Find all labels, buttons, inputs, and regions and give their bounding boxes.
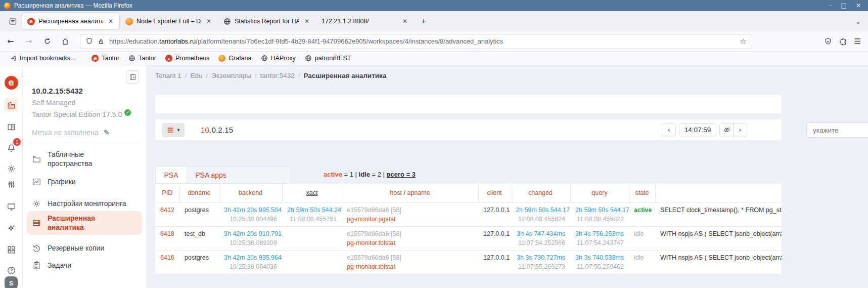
table-row[interactable]: 6416 postgres 3h 42m 20s 935.964ms10:25:… [155,250,782,274]
sidebar-item-charts[interactable]: Графики [27,174,142,190]
toolbar: ▼ 10.0.2.15 ‹ 14:07:59 › [155,119,782,140]
browser-tab-3[interactable]: Statistics Report for HAPro ✕ [218,13,315,29]
user-avatar[interactable]: S [4,276,18,288]
tab-list-icon[interactable] [5,14,20,29]
shield-icon[interactable] [85,37,93,45]
tab-close-icon[interactable]: ✕ [400,17,409,26]
table-row[interactable]: 6418 test_db 3h 42m 20s 910.791ms10:25:3… [155,226,782,250]
cell-changed: 3h 3s 730.727ms11:07:55.269273 [511,250,570,274]
help-icon[interactable] [4,263,18,277]
breadcrumb-item[interactable]: tantor:5432 [260,72,294,79]
bookmark-grafana[interactable]: Grafana [215,54,255,63]
main-area: Tenant 1/Edu/Экземпляры/tantor:5432/Расш… [147,65,868,288]
protections-shield-icon[interactable] [824,37,832,46]
cell-state: idle [629,226,655,250]
back-button[interactable]: ← [3,34,18,49]
sidebar-item-tasks[interactable]: Задачи [27,258,142,273]
cell-pid[interactable]: 6412 [155,202,179,226]
tab-psa[interactable]: PSA [156,167,187,183]
cell-backend: 3h 42m 20s 995.504ms10:25:38.004496 [219,202,282,226]
prometheus-icon [165,55,172,62]
maximize-button[interactable]: □ [841,3,847,9]
breadcrumb-item[interactable]: Edu [191,72,203,79]
total-count-link[interactable]: всего = 3 [387,171,416,178]
breadcrumb-current: Расширенная аналитика [304,72,387,79]
browser-tab-2[interactable]: Node Exporter Full – Dash ✕ [120,13,217,29]
time-controls: ‹ 14:07:59 › [662,123,747,137]
collapse-sidebar-icon[interactable] [126,70,139,84]
cell-query: 3h 3s 740.538ms11:07:55.259462 [570,250,629,274]
url-text: https://education.tantorlabs.ru/platform… [109,37,736,45]
time-display[interactable]: 14:07:59 [679,123,716,137]
notification-badge: 1 [13,138,21,146]
console-monitor-icon[interactable] [4,199,18,214]
table-header-row: PID dbname backend xact host / apname cl… [155,184,782,202]
bookmark-tantor[interactable]: Tantor [88,54,123,63]
sidebar-item-label: Табличные пространства [48,150,113,168]
col-backend: backend [219,184,282,202]
sidebar-item-advanced-analytics[interactable]: Расширенная аналитика [27,211,142,235]
cell-pid[interactable]: 6416 [155,250,179,274]
edit-pencil-icon[interactable]: ✎ [104,128,110,137]
sidebar-item-monitoring-settings[interactable]: Настройки мониторинга [27,196,142,212]
instance-sidebar: 10.0.2.15:5432 Self Managed Tantor Speci… [23,65,147,288]
parameters-sliders-icon[interactable] [4,177,18,191]
tab-close-icon[interactable]: ✕ [106,17,115,26]
bookmark-tantor-globe[interactable]: Tantor [125,54,160,63]
title-bar: Расширенная аналитика — Mozilla Firefox … [0,0,868,11]
cell-pid[interactable]: 6418 [155,226,179,250]
browser-tab-1[interactable]: Расширенная аналитика ✕ [22,13,119,29]
breadcrumb-item[interactable]: Tenant 1 [155,72,181,79]
apps-grid-icon[interactable] [4,242,18,257]
tab-close-icon[interactable]: ✕ [204,17,213,26]
table-row[interactable]: 6412 postgres 3h 42m 20s 995.504ms10:25:… [155,202,782,226]
new-tab-button[interactable]: + [417,14,431,28]
breadcrumb-item[interactable]: Экземпляры [211,72,251,79]
view-mode-dropdown[interactable]: ▼ [162,123,185,137]
bookmark-label: Tantor [102,55,119,62]
menu-hamburger-icon[interactable]: ☰ [854,37,861,46]
bookmark-star-icon[interactable]: ☆ [740,37,747,46]
time-next-button[interactable]: › [733,123,747,137]
globe-icon [261,55,268,62]
app-content: e 1 [0,65,868,288]
globe-icon [128,55,135,62]
sidebar-item-backups[interactable]: Резервные копии [27,240,142,256]
bookmark-import[interactable]: Import bookmarks... [6,54,79,63]
reload-icon[interactable] [39,34,55,49]
close-button[interactable]: ✕ [856,3,861,9]
instances-building-icon[interactable] [4,98,18,112]
home-icon[interactable] [58,34,73,49]
cell-xact: 2h 59m 50s 544.249ms11:08:08.455751 [282,202,342,226]
grafana-favicon-icon [125,18,133,25]
tab-psa-apps[interactable]: PSA apps [187,167,235,183]
list-all-tabs-icon[interactable]: ⌄ [855,18,861,25]
settings-gear-icon[interactable] [4,161,18,176]
globe-icon [305,55,312,62]
documentation-book-icon[interactable] [4,120,18,134]
bookmark-patronirest[interactable]: patroniREST [301,54,355,63]
lock-warning-icon[interactable] [98,38,105,45]
cell-xact [282,226,342,250]
tab-close-icon[interactable]: ✕ [302,17,311,26]
cell-backend: 3h 42m 20s 935.964ms10:25:38.064036 [219,250,282,274]
notifications-bell-icon[interactable]: 1 [4,141,18,155]
extensions-icon[interactable] [839,37,847,46]
minimize-button[interactable]: – [829,3,832,9]
assistant-sparkles-icon[interactable] [4,221,18,235]
bookmark-haproxy[interactable]: HAProxy [257,54,299,63]
eye-icon[interactable] [719,123,734,137]
browser-tab-4[interactable]: 172.21.1.2:8008/ ✕ [316,13,414,29]
sidebar-item-tablespaces[interactable]: Табличные пространства [27,147,142,171]
url-bar[interactable]: https://education.tantorlabs.ru/platform… [80,34,752,49]
col-xact-sort[interactable]: xact [282,184,342,202]
time-range-input[interactable] [806,122,868,138]
bookmark-prometheus[interactable]: Prometheus [162,54,213,63]
firefox-icon [4,3,11,9]
col-sql [655,184,782,202]
forward-button[interactable]: → [21,34,36,49]
sidebar-item-label: Расширенная аналитика [48,214,113,232]
tantor-logo-icon[interactable]: e [4,75,18,90]
bookmark-label: Grafana [229,55,251,62]
time-prev-button[interactable]: ‹ [662,123,676,137]
